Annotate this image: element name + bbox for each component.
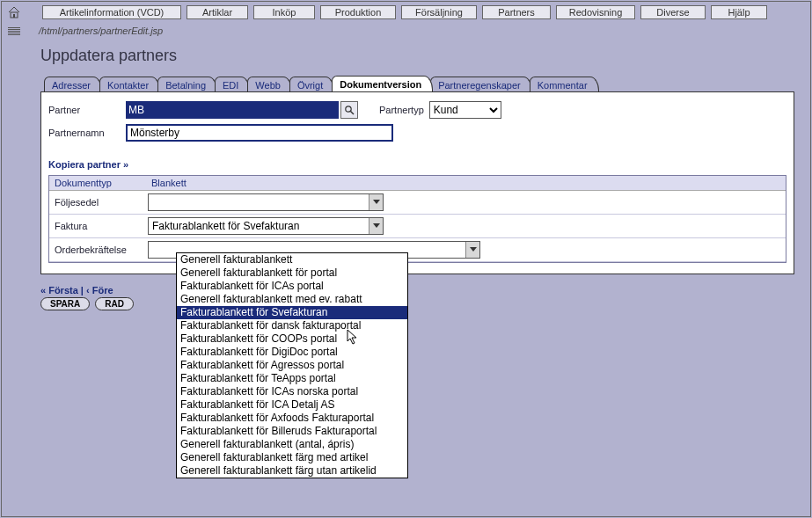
- tab--vrigt[interactable]: Övrigt: [289, 77, 334, 91]
- dropdown-option[interactable]: Generell fakturablankett för portal: [177, 266, 407, 280]
- dropdown-option[interactable]: Fakturablankett för Svefakturan: [177, 306, 407, 319]
- dropdown-option[interactable]: Generell fakturablankett färg med artike…: [177, 451, 407, 464]
- tab-kontakter[interactable]: Kontakter: [99, 77, 160, 91]
- blankett-select-0[interactable]: [148, 193, 384, 211]
- dropdown-option[interactable]: Fakturablankett för ICA Detalj AS: [177, 398, 407, 412]
- dropdown-option[interactable]: Fakturablankett för Axfoods Fakturaporta…: [177, 412, 407, 425]
- tab-partneregenskaper[interactable]: Partneregenskaper: [430, 77, 532, 91]
- blankett-select-value: Fakturablankett för Svefakturan: [149, 220, 369, 232]
- dropdown-option[interactable]: Fakturablankett för COOPs portal: [177, 332, 407, 346]
- svg-rect-1: [13, 14, 15, 18]
- grip-icon: [5, 27, 23, 35]
- dropdown-option[interactable]: Fakturablankett för ICAs norska portal: [177, 385, 407, 398]
- dropdown-option[interactable]: Generell fakturablankett: [177, 253, 407, 266]
- partner-label: Partner: [48, 105, 126, 115]
- nav-artikelinformation-vcd-[interactable]: Artikelinformation (VCD): [42, 5, 181, 19]
- document-grid: Dokumenttyp Blankett FöljesedelFakturaFa…: [48, 175, 786, 263]
- dropdown-option[interactable]: Fakturablankett för DigiDoc portal: [177, 346, 407, 359]
- chevron-down-icon[interactable]: [369, 218, 383, 234]
- page-title: Uppdatera partners: [2, 43, 810, 74]
- home-icon[interactable]: [5, 4, 23, 20]
- svg-line-3: [351, 112, 355, 115]
- svg-point-2: [346, 106, 351, 112]
- breadcrumb: /html/partners/partnerEdit.jsp: [39, 26, 163, 36]
- grid-row-label: Orderbekräftelse: [49, 244, 146, 255]
- tab-adresser[interactable]: Adresser: [44, 77, 102, 91]
- grid-row: FakturaFakturablankett för Svefakturan: [49, 215, 786, 238]
- save-button[interactable]: SPARA: [40, 297, 90, 310]
- pager[interactable]: « Första | ‹ Före: [40, 285, 794, 295]
- grid-row-label: Faktura: [49, 221, 146, 231]
- tab-edi[interactable]: EDI: [215, 77, 250, 91]
- copy-partner-link[interactable]: Kopiera partner »: [48, 152, 128, 171]
- chevron-down-icon[interactable]: [369, 194, 383, 210]
- nav-artiklar[interactable]: Artiklar: [187, 5, 248, 19]
- partner-lookup-button[interactable]: [340, 101, 358, 119]
- partner-input[interactable]: [126, 101, 339, 119]
- tab-dokumentversion[interactable]: Dokumentversion: [332, 76, 433, 91]
- grid-row: Följesedel: [49, 191, 786, 215]
- grid-header-blankett: Blankett: [146, 176, 786, 190]
- nav-produktion[interactable]: Produktion: [320, 5, 396, 19]
- partnernamn-input[interactable]: [126, 124, 393, 142]
- partnernamn-label: Partnernamn: [48, 128, 126, 138]
- main-panel: Partner MB Partnertyp Kund Partnernamn K…: [40, 91, 794, 274]
- nav-hj-lp[interactable]: Hjälp: [711, 5, 767, 19]
- dropdown-option[interactable]: Fakturablankett för dansk fakturaportal: [177, 319, 407, 332]
- dropdown-option[interactable]: Fakturablankett för ICAs portal: [177, 280, 407, 293]
- nav-partners[interactable]: Partners: [482, 5, 551, 19]
- dropdown-option[interactable]: Fakturablankett för TeApps portal: [177, 372, 407, 385]
- tab-webb[interactable]: Webb: [247, 77, 292, 91]
- partnertyp-label: Partnertyp: [379, 105, 424, 115]
- dropdown-option[interactable]: Fakturablankett för Billeruds Fakturapor…: [177, 425, 407, 438]
- dropdown-option[interactable]: Generell fakturablankett färg utan artik…: [177, 464, 407, 478]
- nav-redovisning[interactable]: Redovisning: [556, 5, 635, 19]
- nav-f-rs-ljning[interactable]: Försäljning: [401, 5, 477, 19]
- tab-betalning[interactable]: Betalning: [157, 77, 217, 91]
- nav-ink-p[interactable]: Inköp: [253, 5, 315, 19]
- dropdown-option[interactable]: Generell fakturablankett med ev. rabatt: [177, 293, 407, 306]
- dropdown-option[interactable]: Fakturablankett för Agressos portal: [177, 359, 407, 372]
- faktura-dropdown-list[interactable]: Generell fakturablankettGenerell faktura…: [176, 252, 408, 478]
- chevron-down-icon[interactable]: [465, 242, 479, 258]
- tab-kommentar[interactable]: Kommentar: [530, 77, 599, 91]
- grid-row: Orderbekräftelse: [49, 238, 786, 262]
- grid-header-dokumenttyp: Dokumenttyp: [49, 176, 146, 190]
- grid-row-label: Följesedel: [49, 197, 146, 208]
- delete-button[interactable]: RAD: [95, 297, 134, 310]
- dropdown-option[interactable]: Generell fakturablankett (antal, ápris): [177, 438, 407, 451]
- partnertyp-select[interactable]: Kund: [429, 101, 501, 119]
- blankett-select-1[interactable]: Fakturablankett för Svefakturan: [148, 217, 384, 235]
- nav-diverse[interactable]: Diverse: [640, 5, 706, 19]
